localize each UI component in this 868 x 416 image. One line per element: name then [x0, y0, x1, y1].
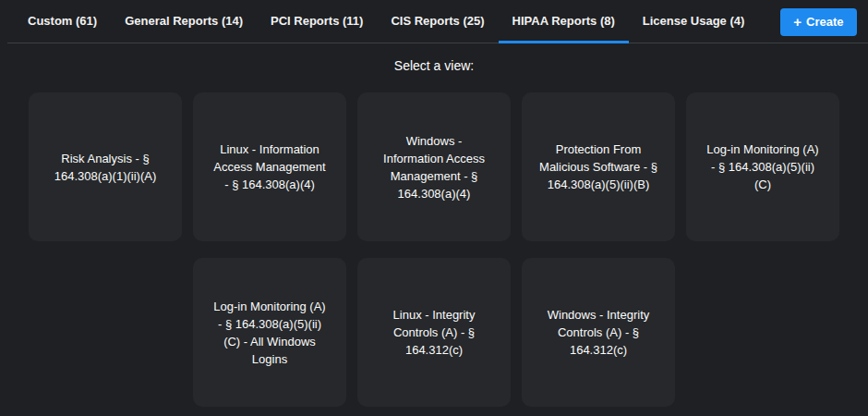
view-card-linux-integrity-controls[interactable]: Linux - Integrity Controls (A) - § 164.3…: [357, 258, 511, 407]
create-button[interactable]: + Create: [780, 8, 856, 36]
view-card-grid: Risk Analysis - § 164.308(a)(1)(ii)(A) L…: [0, 92, 868, 407]
tab-hipaa-reports[interactable]: HIPAA Reports (8): [499, 0, 629, 43]
view-card-windows-info-access[interactable]: Windows - Information Access Management …: [357, 92, 511, 241]
tab-custom[interactable]: Custom (61): [14, 0, 111, 43]
tab-cis-reports[interactable]: CIS Reports (25): [377, 0, 498, 43]
card-row-2: Log-in Monitoring (A) - § 164.308(a)(5)(…: [0, 258, 868, 407]
report-tab-bar: Custom (61) General Reports (14) PCI Rep…: [0, 0, 868, 43]
view-card-protection-malicious-software[interactable]: Protection From Malicious Software - § 1…: [522, 92, 675, 241]
view-card-windows-integrity-controls[interactable]: Windows - Integrity Controls (A) - § 164…: [522, 258, 675, 407]
tab-license-usage[interactable]: License Usage (4): [629, 0, 759, 43]
tab-pci-reports[interactable]: PCI Reports (11): [257, 0, 377, 43]
plus-icon: +: [793, 15, 802, 29]
select-view-prompt: Select a view:: [0, 43, 868, 73]
card-row-1: Risk Analysis - § 164.308(a)(1)(ii)(A) L…: [0, 92, 868, 241]
tab-general-reports[interactable]: General Reports (14): [111, 0, 257, 43]
view-card-linux-info-access[interactable]: Linux - Information Access Management - …: [193, 92, 346, 241]
view-card-login-monitoring[interactable]: Log-in Monitoring (A) - § 164.308(a)(5)(…: [686, 92, 839, 241]
create-button-label: Create: [806, 15, 843, 29]
view-card-risk-analysis[interactable]: Risk Analysis - § 164.308(a)(1)(ii)(A): [29, 92, 182, 241]
view-card-login-monitoring-all-windows[interactable]: Log-in Monitoring (A) - § 164.308(a)(5)(…: [193, 258, 346, 407]
